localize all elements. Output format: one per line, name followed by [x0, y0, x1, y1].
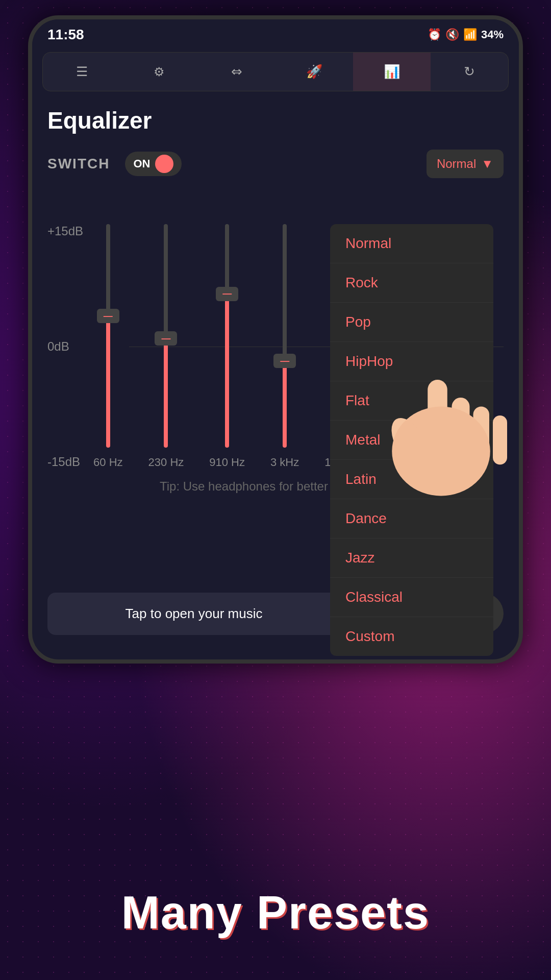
bottom-banner: Many Presets [0, 887, 551, 939]
menu-icon: ☰ [76, 64, 88, 80]
signal-icon: 📶 [463, 28, 477, 41]
bottom-banner-text: Many Presets [121, 887, 430, 938]
freq-label-60hz: 60 Hz [93, 456, 122, 469]
slider-track-60hz[interactable] [106, 224, 110, 448]
preset-item-classical[interactable]: Classical [330, 578, 493, 617]
db-bottom-label: -15dB [47, 455, 83, 469]
freq-label-230hz: 230 Hz [148, 456, 184, 469]
preset-item-rock[interactable]: Rock [330, 263, 493, 303]
preset-selector-button[interactable]: Normal ▼ [427, 150, 504, 178]
freq-label-910hz: 910 Hz [209, 456, 245, 469]
toggle-on-text: ON [133, 157, 150, 170]
toggle-switch[interactable]: ON [125, 152, 182, 176]
hand-icon [330, 326, 523, 505]
sliders-icon: ⇔ [231, 64, 242, 80]
preset-label: Normal [437, 157, 476, 171]
slider-handle-230hz[interactable] [155, 331, 177, 346]
music-button[interactable]: ⚙ [120, 53, 198, 91]
rocket-icon: 🚀 [306, 64, 322, 80]
page-title: Equalizer [47, 107, 504, 134]
menu-button[interactable]: ☰ [43, 53, 120, 91]
slider-track-3khz[interactable] [283, 224, 287, 448]
preset-item-custom[interactable]: Custom [330, 617, 493, 656]
main-content: Equalizer SWITCH ON Normal ▼ +15dB 0dB -… [32, 96, 519, 514]
equalizer-button[interactable]: 📊 [353, 53, 431, 91]
open-music-button[interactable]: Tap to open your music [47, 593, 340, 635]
status-bar: 11:58 ⏰ 🔇 📶 34% [32, 19, 519, 47]
switch-label: SWITCH [47, 156, 110, 172]
slider-col-60hz: 60 Hz [93, 224, 122, 469]
eq-area: +15dB 0dB -15dB 60 Hz [47, 193, 504, 469]
hand-overlay [330, 326, 523, 505]
status-time: 11:58 [47, 27, 84, 43]
svg-point-6 [392, 407, 490, 496]
alarm-icon: ⏰ [428, 28, 441, 41]
battery-level: 34% [481, 28, 504, 41]
slider-handle-910hz[interactable] [216, 287, 238, 301]
preset-item-dance[interactable]: Dance [330, 499, 493, 538]
db-labels: +15dB 0dB -15dB [47, 224, 83, 469]
refresh-button[interactable]: ↻ [431, 53, 508, 91]
switch-row: SWITCH ON Normal ▼ [47, 150, 504, 178]
music-note-icon: ⚙ [154, 65, 165, 79]
toolbar: ☰ ⚙ ⇔ 🚀 📊 ↻ [42, 52, 509, 91]
svg-rect-4 [493, 415, 507, 464]
toggle-circle [155, 155, 173, 173]
boost-button[interactable]: 🚀 [276, 53, 353, 91]
refresh-icon: ↻ [464, 64, 475, 80]
slider-handle-3khz[interactable] [273, 354, 296, 368]
mixer-button[interactable]: ⇔ [198, 53, 276, 91]
slider-track-230hz[interactable] [164, 224, 168, 448]
chevron-down-icon: ▼ [481, 157, 493, 171]
slider-track-910hz[interactable] [225, 224, 229, 448]
preset-item-normal[interactable]: Normal [330, 224, 493, 263]
mute-icon: 🔇 [445, 28, 459, 41]
bars-icon: 📊 [384, 64, 400, 80]
slider-handle-60hz[interactable] [97, 309, 119, 323]
freq-label-3khz: 3 kHz [270, 456, 299, 469]
db-top-label: +15dB [47, 224, 83, 238]
preset-item-jazz[interactable]: Jazz [330, 538, 493, 578]
db-middle-label: 0dB [47, 339, 83, 354]
status-icons: ⏰ 🔇 📶 34% [428, 28, 504, 41]
phone-container: 11:58 ⏰ 🔇 📶 34% ☰ ⚙ ⇔ 🚀 📊 ↻ Equalizer [28, 15, 523, 664]
